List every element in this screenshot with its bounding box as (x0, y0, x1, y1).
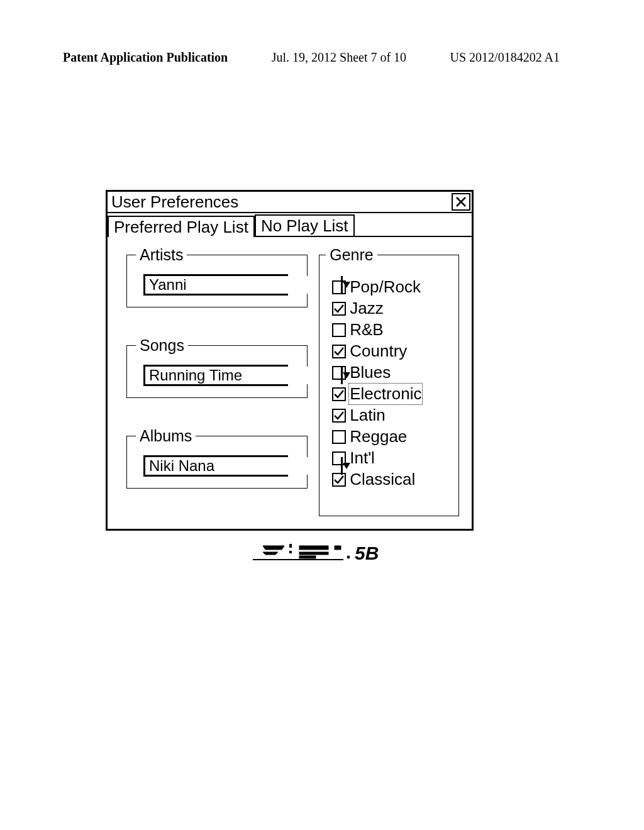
artists-legend: Artists (136, 246, 187, 264)
genre-label: Electronic (350, 384, 421, 404)
header-sheet: Jul. 19, 2012 Sheet 7 of 10 (272, 50, 406, 65)
artists-combo[interactable] (143, 274, 288, 296)
check-icon (334, 411, 344, 420)
tab-preferred-play-list[interactable]: Preferred Play List (108, 216, 255, 237)
genre-label: Int'l (350, 448, 375, 468)
tab-no-play-list[interactable]: No Play List (255, 214, 355, 236)
close-icon (456, 197, 466, 207)
genre-legend: Genre (326, 246, 377, 264)
tab-label: No Play List (261, 216, 348, 235)
albums-combo[interactable] (143, 455, 288, 477)
header-publication: Patent Application Publication (63, 50, 228, 65)
genre-label: Classical (350, 470, 415, 489)
genre-item[interactable]: Reggae (332, 427, 452, 446)
genre-item[interactable]: Classical (332, 470, 452, 489)
genre-item[interactable]: Latin (332, 406, 452, 425)
dialog-titlebar: User Preferences (108, 192, 472, 213)
figure-label: 5B (0, 540, 644, 570)
genre-item[interactable]: Country (332, 341, 452, 361)
svg-rect-4 (299, 552, 328, 555)
albums-legend: Albums (136, 427, 196, 445)
tab-label: Preferred Play List (114, 218, 248, 236)
check-icon (334, 390, 344, 399)
checkbox[interactable] (332, 473, 346, 487)
svg-rect-5 (299, 556, 316, 558)
svg-point-6 (347, 556, 350, 558)
genre-label: Country (350, 341, 407, 361)
user-preferences-dialog: User Preferences Preferred Play List No … (106, 190, 474, 531)
tabbar: Preferred Play List No Play List (108, 213, 472, 237)
genre-item[interactable]: Blues (332, 363, 452, 382)
genre-label: Jazz (350, 299, 383, 318)
albums-group: Albums (126, 427, 308, 489)
close-button[interactable] (452, 193, 470, 211)
genre-label: Blues (350, 363, 391, 382)
genre-item[interactable]: Pop/Rock (332, 277, 452, 297)
artists-group: Artists (126, 246, 308, 307)
check-icon (334, 347, 344, 356)
genre-label: Reggae (350, 427, 407, 446)
genre-item[interactable]: Jazz (332, 299, 452, 318)
svg-text:5B: 5B (355, 543, 379, 563)
checkbox[interactable] (332, 280, 346, 294)
artists-input[interactable] (145, 276, 341, 294)
checkbox[interactable] (332, 387, 346, 401)
dialog-title: User Preferences (111, 192, 450, 212)
checkbox[interactable] (332, 430, 346, 444)
songs-legend: Songs (136, 336, 188, 355)
checkbox[interactable] (332, 366, 346, 380)
genre-label: Latin (350, 406, 385, 425)
songs-group: Songs (126, 336, 308, 398)
check-icon (334, 475, 344, 484)
header-pubnum: US 2012/0184202 A1 (450, 50, 560, 65)
albums-input[interactable] (145, 457, 341, 475)
checkbox[interactable] (332, 323, 346, 337)
songs-input[interactable] (145, 367, 341, 384)
songs-combo[interactable] (143, 365, 288, 386)
checkbox[interactable] (332, 409, 346, 423)
genre-item[interactable]: Int'l (332, 448, 452, 468)
genre-group: Genre Pop/RockJazzR&BCountryBluesElectro… (319, 246, 459, 516)
checkbox[interactable] (332, 451, 346, 465)
genre-label: R&B (350, 320, 383, 340)
genre-item[interactable]: R&B (332, 320, 452, 340)
svg-rect-3 (299, 546, 328, 550)
genre-item[interactable]: Electronic (332, 384, 452, 404)
page-header: Patent Application Publication Jul. 19, … (63, 50, 560, 65)
genre-label: Pop/Rock (350, 277, 421, 297)
checkbox[interactable] (332, 345, 346, 358)
check-icon (334, 304, 344, 313)
checkbox[interactable] (332, 302, 346, 316)
